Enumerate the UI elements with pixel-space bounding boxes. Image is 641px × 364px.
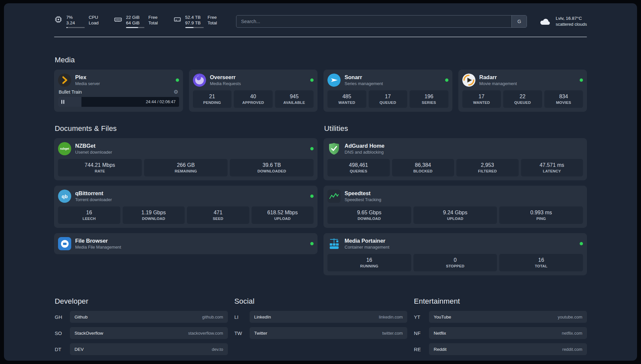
bookmark-name: StackOverflow	[75, 331, 103, 336]
stat-label: PENDING	[194, 100, 230, 105]
search-provider-button[interactable]: G	[511, 15, 527, 27]
now-playing-title: Bullet Train	[59, 89, 82, 95]
plex-card[interactable]: Plex Media server Bullet Train ⚙ 24:44 /…	[54, 70, 183, 112]
section-title-utilities: Utilities	[324, 124, 587, 133]
service-subtitle: Torrent downloader	[75, 197, 112, 202]
bookmark-url: youtube.com	[558, 315, 582, 319]
overseerr-card[interactable]: Overseerr Media Requests 21 PENDING 40 A…	[189, 70, 318, 112]
filebrowser-card[interactable]: File Browser Media File Management	[54, 233, 318, 254]
stat-label: FILTERED	[458, 169, 517, 174]
cpu-progress-fill	[66, 27, 68, 28]
stat-value: 266 GB	[145, 162, 227, 168]
bookmark-url: stackoverflow.com	[188, 331, 223, 336]
gear-icon[interactable]: ⚙	[173, 89, 178, 95]
section-title-documents: Documents & Files	[55, 124, 318, 133]
cpu-load: 3.24	[66, 20, 85, 26]
portainer-card[interactable]: Media Portainer Container management 16 …	[323, 233, 587, 275]
portainer-icon	[327, 237, 341, 250]
stat-tile: 945 AVAILABLE	[275, 90, 314, 108]
section-title-developer: Developer	[55, 297, 228, 306]
stat-label: PING	[501, 216, 582, 221]
status-dot	[445, 78, 448, 82]
service-name: AdGuard Home	[345, 142, 384, 149]
adguard-card[interactable]: AdGuard Home DNS and adblocking 498,461 …	[323, 138, 587, 180]
stat-tile: 16 LEECH	[58, 206, 120, 224]
stat-label: LATENCY	[522, 169, 582, 174]
documents-column: Documents & Files nzbget NZBGet Usenet d…	[54, 124, 318, 254]
stat-label: UPLOAD	[253, 216, 313, 221]
bookmark-reddit[interactable]: RE Reddit reddit.com	[413, 343, 587, 355]
radarr-icon	[462, 74, 475, 87]
bookmark-url: linkedin.com	[379, 315, 403, 319]
status-dot	[310, 242, 314, 245]
cpu-widget: 7% 3.24 CPU Load	[54, 15, 99, 28]
bookmark-netflix[interactable]: NF Netflix netflix.com	[413, 327, 587, 339]
bookmark-dev[interactable]: DT DEV dev.to	[54, 343, 228, 355]
stat-tile: 16 TOTAL	[499, 254, 583, 271]
bookmark-stackoverflow[interactable]: SO StackOverflow stackoverflow.com	[54, 327, 228, 339]
service-subtitle: Series management	[345, 81, 383, 86]
weather-condition: scattered clouds	[556, 21, 587, 27]
stat-value: 40	[235, 93, 271, 100]
sonarr-icon	[327, 74, 341, 87]
search-input[interactable]	[236, 15, 511, 27]
stat-tile: 17 QUEUED	[369, 90, 408, 108]
bookmark-github[interactable]: GH Github github.com	[54, 311, 228, 323]
bookmark-abbr: RE	[413, 347, 429, 352]
stat-value: 485	[329, 93, 365, 100]
bookmark-abbr: DT	[54, 347, 70, 352]
disk-free: 52.4 TB	[185, 15, 204, 20]
disk-label-bottom: Total	[208, 20, 217, 26]
stat-label: WANTED	[464, 100, 500, 105]
disk-icon	[173, 15, 182, 24]
bookmark-twitter[interactable]: TW Twitter twitter.com	[234, 327, 408, 339]
stat-tile: 0.993 ms PING	[499, 206, 583, 224]
nzbget-card[interactable]: nzbget NZBGet Usenet downloader 744.21 M…	[54, 138, 318, 180]
bookmark-url: reddit.com	[562, 347, 582, 352]
stat-value: 47.571 ms	[522, 162, 582, 168]
speedtest-card[interactable]: Speedtest Speedtest Tracking 9.65 Gbps D…	[323, 186, 587, 228]
stat-tile: 9.65 Gbps DOWNLOAD	[327, 206, 411, 224]
bookmark-abbr: LI	[234, 314, 250, 320]
stat-tile: 498,461 QUERIES	[327, 159, 390, 176]
stat-value: 744.21 Mbps	[59, 162, 140, 168]
bookmark-youtube[interactable]: YT YouTube youtube.com	[413, 311, 587, 323]
bookmark-url: dev.to	[212, 347, 223, 352]
service-subtitle: Usenet downloader	[75, 149, 112, 155]
service-name: Overseerr	[210, 74, 241, 81]
bookmark-name: Twitter	[254, 331, 267, 336]
sonarr-card[interactable]: Sonarr Series management 485 WANTED 17 Q…	[323, 70, 452, 112]
bookmark-name: Netflix	[434, 331, 446, 336]
stat-label: DOWNLOADED	[231, 169, 312, 174]
service-subtitle: Media server	[75, 81, 100, 86]
playback-progress-bar[interactable]: 24:44 / 02:06:47	[58, 97, 179, 107]
stat-tile: 834 MOVIES	[544, 90, 583, 108]
topbar: 7% 3.24 CPU Load 22 GiB 64 GiB	[54, 15, 587, 28]
disk-total: 97.9 TB	[185, 20, 204, 26]
radarr-card[interactable]: Radarr Movie management 17 WANTED 22 QUE…	[458, 70, 587, 112]
stat-tile: 39.6 TB DOWNLOADED	[230, 159, 314, 176]
service-name: Radarr	[479, 74, 517, 81]
stat-value: 834	[546, 93, 582, 100]
bookmark-name: Reddit	[434, 347, 446, 352]
stat-label: UPLOAD	[415, 216, 496, 221]
stat-value: 0.993 ms	[501, 209, 582, 216]
stat-value: 471	[188, 209, 248, 216]
cpu-label-top: CPU	[89, 15, 99, 20]
service-name: Media Portainer	[345, 237, 389, 244]
stat-label: QUEUED	[504, 100, 541, 105]
bookmark-linkedin[interactable]: LI LinkedIn linkedin.com	[234, 311, 408, 323]
status-dot	[580, 78, 583, 82]
service-name: Plex	[75, 74, 100, 81]
bookmark-abbr: TW	[234, 330, 250, 336]
stat-value: 9.65 Gbps	[329, 209, 410, 216]
stat-value: 16	[329, 257, 410, 263]
qbittorrent-card[interactable]: qb qBittorrent Torrent downloader 16 LEE…	[54, 186, 318, 228]
memory-label-top: Free	[148, 15, 158, 20]
stat-value: 9.24 Gbps	[415, 209, 496, 216]
pause-icon[interactable]	[61, 100, 64, 104]
bookmark-abbr: GH	[54, 314, 70, 320]
service-subtitle: Container management	[345, 244, 389, 250]
stat-label: APPROVED	[235, 100, 271, 105]
cloud-icon	[539, 17, 551, 26]
